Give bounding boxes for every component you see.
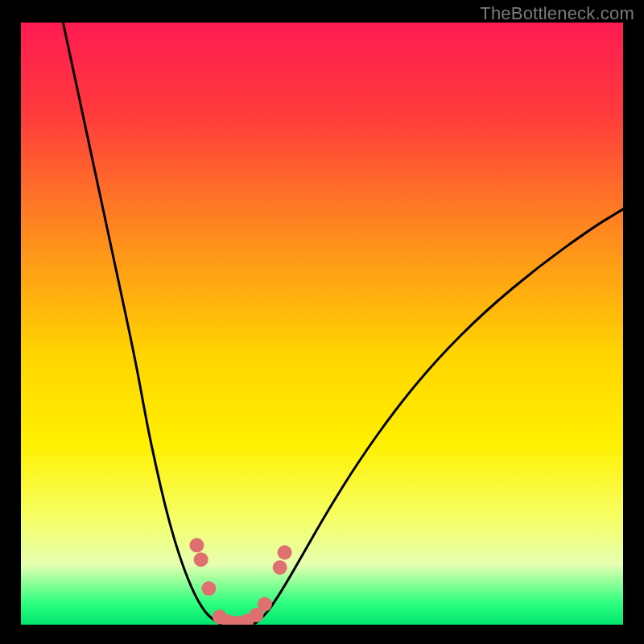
highlight-dots-1 xyxy=(194,552,208,567)
watermark-text: TheBottleneck.com xyxy=(480,3,634,24)
highlight-dots-2 xyxy=(201,581,216,596)
highlight-dots-8 xyxy=(258,597,272,612)
highlight-dots-0 xyxy=(189,538,204,552)
highlight-dots-10 xyxy=(278,545,292,559)
bottleneck-curve-chart xyxy=(21,23,623,625)
highlight-dots-9 xyxy=(273,560,287,575)
chart-frame xyxy=(21,23,623,625)
gradient-background xyxy=(21,23,623,625)
